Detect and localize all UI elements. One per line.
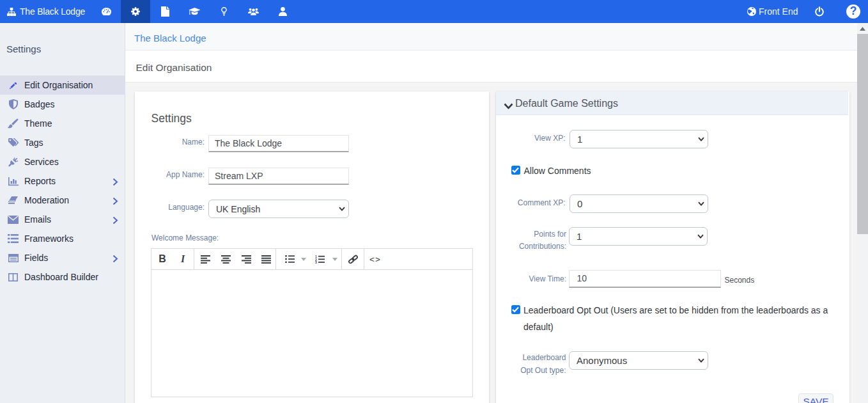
svg-text:3: 3	[315, 260, 317, 264]
